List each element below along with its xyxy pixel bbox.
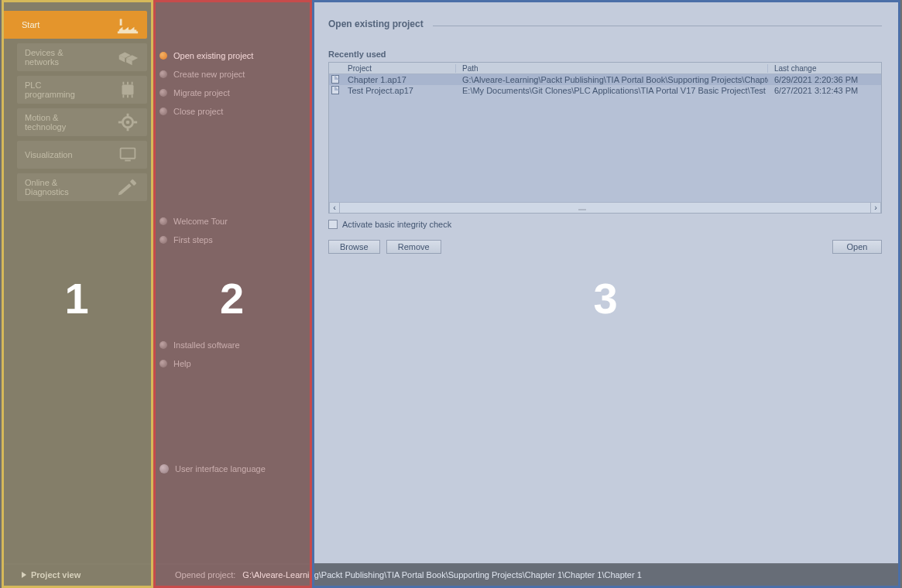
svg-rect-0 [120, 19, 122, 26]
scroll-right-icon[interactable]: › [870, 203, 881, 213]
horizontal-scrollbar[interactable]: ‹ › [329, 202, 881, 213]
opened-path: G:\Alveare-Learning\Packt Publishing\TIA… [242, 570, 641, 579]
subnav-create-new[interactable]: Create new project [152, 65, 310, 84]
subnav-label: Close project [173, 107, 223, 116]
status-bar: Project view Opened project: G:\Alveare-… [2, 565, 899, 585]
recently-used-title: Recently used [328, 50, 882, 59]
recent-projects-table: Project Path Last change Chapter 1.ap17 … [328, 62, 882, 214]
bullet-icon [159, 236, 167, 244]
bullet-icon [159, 341, 167, 349]
scroll-thumb[interactable] [578, 209, 586, 210]
svg-rect-14 [121, 149, 135, 159]
subnav-label: Help [173, 359, 191, 368]
bullet-icon [159, 217, 167, 225]
file-icon [331, 86, 339, 94]
svg-rect-1 [122, 84, 134, 94]
subnav-open-existing[interactable]: Open existing project [152, 46, 310, 65]
nav-label: Devices & networks [25, 48, 63, 67]
svg-rect-13 [134, 121, 138, 124]
subnav-close[interactable]: Close project [152, 102, 310, 121]
subnav-group-language: User interface language [152, 460, 310, 478]
gear-icon [116, 112, 139, 132]
integrity-check-row[interactable]: Activate basic integrity check [328, 220, 882, 229]
open-button[interactable]: Open [832, 240, 882, 254]
subnav-label: Create new project [173, 70, 245, 79]
bullet-icon [159, 89, 167, 97]
nav-label: Online & Diagnostics [25, 178, 69, 197]
nav-motion-technology[interactable]: Motion & technology [17, 108, 147, 136]
subnav-welcome-tour[interactable]: Welcome Tour [152, 212, 310, 231]
nav-plc-programming[interactable]: PLC programming [17, 76, 147, 104]
nav-label: Visualization [25, 150, 73, 159]
col-last-change[interactable]: Last change [768, 64, 881, 73]
row-icon [329, 86, 341, 96]
nav-visualization[interactable]: Visualization [17, 141, 147, 169]
svg-rect-11 [127, 128, 129, 132]
svg-rect-15 [125, 160, 131, 162]
subnav-label: Open existing project [173, 51, 253, 60]
subnav-label: User interface language [175, 464, 266, 473]
subnav-help[interactable]: Help [152, 354, 310, 373]
chip-icon [116, 80, 139, 100]
section-title: Open existing project [328, 19, 424, 29]
subnav-first-steps[interactable]: First steps [152, 231, 310, 249]
checkbox-icon[interactable] [328, 220, 338, 229]
sub-nav-pane: Open existing project Create new project… [152, 2, 310, 563]
subnav-label: Welcome Tour [173, 217, 228, 226]
row-path: G:\Alveare-Learning\Packt Publishing\TIA… [456, 75, 768, 84]
table-row[interactable]: Test Project.ap17 E:\My Documents\Git Cl… [329, 85, 881, 96]
sub-nav: Open existing project Create new project… [152, 2, 310, 563]
bullet-icon [159, 52, 167, 60]
nav-online-diagnostics[interactable]: Online & Diagnostics [17, 173, 147, 201]
bullet-icon [159, 360, 167, 368]
nav-label: Start [22, 20, 39, 29]
content-pane: Open existing project Recently used Proj… [311, 2, 899, 563]
scroll-left-icon[interactable]: ‹ [329, 203, 340, 213]
svg-point-9 [126, 121, 130, 125]
subnav-installed-software[interactable]: Installed software [152, 336, 310, 354]
screwdriver-icon [116, 177, 139, 197]
subnav-group-tour: Welcome Tour First steps [152, 212, 310, 249]
primary-nav-pane: Start Devices & networks PLC programming… [2, 2, 152, 563]
remove-button[interactable]: Remove [386, 240, 441, 254]
open-project-section: Open existing project Recently used Proj… [311, 2, 899, 262]
row-project: Test Project.ap17 [341, 86, 456, 95]
bullet-icon [159, 108, 167, 115]
row-path: E:\My Documents\Git Clones\PLC Applicati… [456, 86, 768, 95]
subnav-ui-language[interactable]: User interface language [152, 460, 310, 478]
row-last-change: 6/29/2021 2:20:36 PM [768, 75, 881, 84]
nav-devices-networks[interactable]: Devices & networks [17, 43, 147, 71]
nav-label: PLC programming [25, 80, 75, 99]
subnav-label: First steps [173, 235, 213, 244]
subnav-label: Migrate project [173, 88, 230, 97]
divider [433, 26, 882, 26]
project-view-toggle[interactable]: Project view [2, 570, 150, 579]
subnav-group-projects: Open existing project Create new project… [152, 46, 310, 121]
subnav-migrate[interactable]: Migrate project [152, 84, 310, 102]
svg-rect-16 [130, 179, 137, 186]
col-project[interactable]: Project [341, 64, 456, 73]
project-view-label: Project view [31, 570, 81, 579]
row-project: Chapter 1.ap17 [341, 75, 456, 84]
triangle-right-icon [22, 572, 26, 578]
opened-label: Opened project: [175, 570, 235, 579]
subnav-group-info: Installed software Help [152, 336, 310, 373]
table-header: Project Path Last change [329, 63, 881, 74]
table-row[interactable]: Chapter 1.ap17 G:\Alveare-Learning\Packt… [329, 74, 881, 85]
bullet-icon [159, 70, 167, 78]
nav-start[interactable]: Start [2, 11, 147, 39]
opened-project-status: Opened project: G:\Alveare-Learning\Pack… [150, 570, 899, 579]
primary-nav: Start Devices & networks PLC programming… [2, 2, 152, 201]
subnav-label: Installed software [173, 340, 240, 350]
svg-rect-10 [127, 114, 129, 118]
row-icon [329, 75, 341, 85]
action-buttons: Browse Remove Open [328, 240, 882, 254]
browse-button[interactable]: Browse [328, 240, 380, 254]
row-last-change: 6/27/2021 3:12:43 PM [768, 86, 881, 95]
integrity-check-label: Activate basic integrity check [342, 220, 451, 229]
screen-icon [116, 145, 139, 165]
globe-icon [159, 464, 169, 473]
factory-icon [116, 15, 139, 35]
col-path[interactable]: Path [456, 64, 768, 73]
nav-label: Motion & technology [25, 113, 66, 132]
